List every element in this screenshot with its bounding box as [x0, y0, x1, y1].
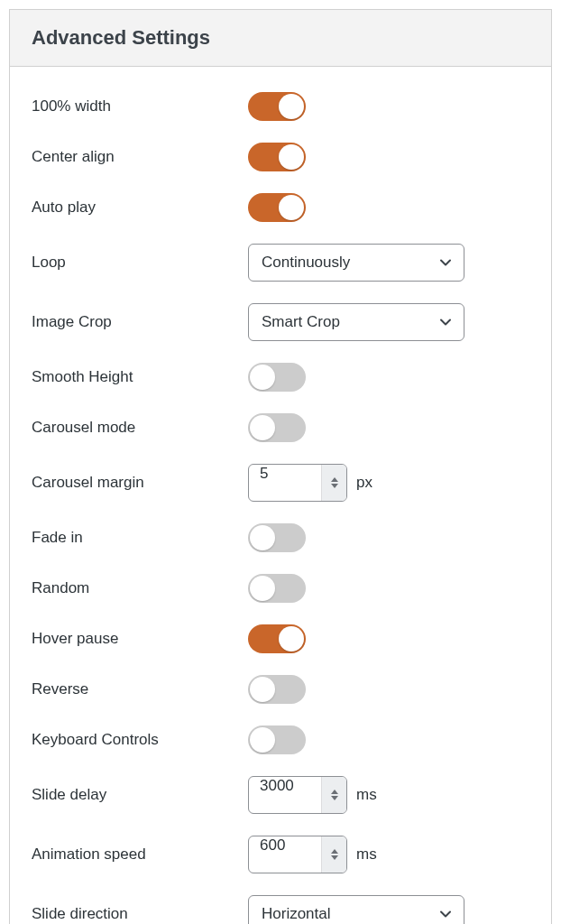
panel-header: Advanced Settings	[10, 10, 551, 67]
row-slide-direction: Slide direction Horizontal	[32, 895, 529, 924]
row-animation-speed: Animation speed 600 ms	[32, 836, 529, 873]
chevron-up-icon	[331, 477, 338, 482]
row-keyboard-controls: Keyboard Controls	[32, 725, 529, 754]
chevron-down-icon	[331, 855, 338, 860]
chevron-up-icon	[331, 849, 338, 854]
row-auto-play: Auto play	[32, 193, 529, 222]
advanced-settings-panel: Advanced Settings 100% width Center alig…	[9, 9, 552, 924]
chevron-down-icon	[438, 907, 453, 921]
toggle-carousel-mode[interactable]	[248, 413, 306, 442]
panel-title: Advanced Settings	[32, 26, 529, 50]
row-image-crop: Image Crop Smart Crop	[32, 303, 529, 341]
row-carousel-margin: Carousel margin 5 px	[32, 464, 529, 502]
label-animation-speed: Animation speed	[32, 845, 248, 864]
row-slide-delay: Slide delay 3000 ms	[32, 776, 529, 814]
row-center-align: Center align	[32, 143, 529, 171]
chevron-up-icon	[331, 790, 338, 794]
toggle-reverse[interactable]	[248, 675, 306, 704]
label-keyboard-controls: Keyboard Controls	[32, 731, 248, 749]
toggle-auto-play[interactable]	[248, 193, 306, 222]
toggle-smooth-height[interactable]	[248, 363, 306, 392]
input-carousel-margin-value[interactable]: 5	[249, 465, 321, 501]
row-fade-in: Fade in	[32, 523, 529, 552]
select-image-crop-value: Smart Crop	[262, 313, 340, 331]
select-slide-direction[interactable]: Horizontal	[248, 895, 464, 924]
label-auto-play: Auto play	[32, 199, 248, 217]
toggle-fade-in[interactable]	[248, 523, 306, 552]
input-slide-delay[interactable]: 3000	[248, 776, 347, 814]
label-slide-delay: Slide delay	[32, 786, 248, 804]
row-hover-pause: Hover pause	[32, 624, 529, 653]
row-smooth-height: Smooth Height	[32, 363, 529, 392]
row-full-width: 100% width	[32, 92, 529, 121]
select-loop[interactable]: Continuously	[248, 244, 464, 282]
label-loop: Loop	[32, 254, 248, 272]
chevron-down-icon	[438, 315, 453, 329]
unit-animation-speed: ms	[356, 845, 377, 864]
row-random: Random	[32, 574, 529, 603]
label-random: Random	[32, 579, 248, 597]
stepper-slide-delay[interactable]	[321, 777, 346, 813]
input-slide-delay-value[interactable]: 3000	[249, 777, 321, 813]
unit-carousel-margin: px	[356, 474, 372, 492]
input-carousel-margin[interactable]: 5	[248, 464, 347, 502]
label-carousel-margin: Carousel margin	[32, 474, 248, 492]
input-animation-speed-value[interactable]: 600	[249, 836, 321, 873]
chevron-down-icon	[331, 796, 338, 800]
stepper-animation-speed[interactable]	[321, 836, 346, 873]
label-full-width: 100% width	[32, 97, 248, 116]
label-smooth-height: Smooth Height	[32, 368, 248, 386]
select-slide-direction-value: Horizontal	[262, 905, 331, 923]
label-center-align: Center align	[32, 148, 248, 166]
select-image-crop[interactable]: Smart Crop	[248, 303, 464, 341]
panel-body: 100% width Center align Auto play Loop C…	[10, 67, 551, 924]
toggle-full-width[interactable]	[248, 92, 306, 121]
label-carousel-mode: Carousel mode	[32, 419, 248, 437]
row-reverse: Reverse	[32, 675, 529, 704]
stepper-carousel-margin[interactable]	[321, 465, 346, 501]
chevron-down-icon	[331, 484, 338, 488]
unit-slide-delay: ms	[356, 786, 377, 804]
label-hover-pause: Hover pause	[32, 630, 248, 648]
label-reverse: Reverse	[32, 680, 248, 698]
input-animation-speed[interactable]: 600	[248, 836, 347, 873]
select-loop-value: Continuously	[262, 254, 350, 272]
label-slide-direction: Slide direction	[32, 905, 248, 923]
toggle-random[interactable]	[248, 574, 306, 603]
toggle-keyboard-controls[interactable]	[248, 725, 306, 754]
label-image-crop: Image Crop	[32, 313, 248, 331]
label-fade-in: Fade in	[32, 529, 248, 547]
toggle-hover-pause[interactable]	[248, 624, 306, 653]
toggle-center-align[interactable]	[248, 143, 306, 171]
chevron-down-icon	[438, 255, 453, 270]
row-carousel-mode: Carousel mode	[32, 413, 529, 442]
row-loop: Loop Continuously	[32, 244, 529, 282]
